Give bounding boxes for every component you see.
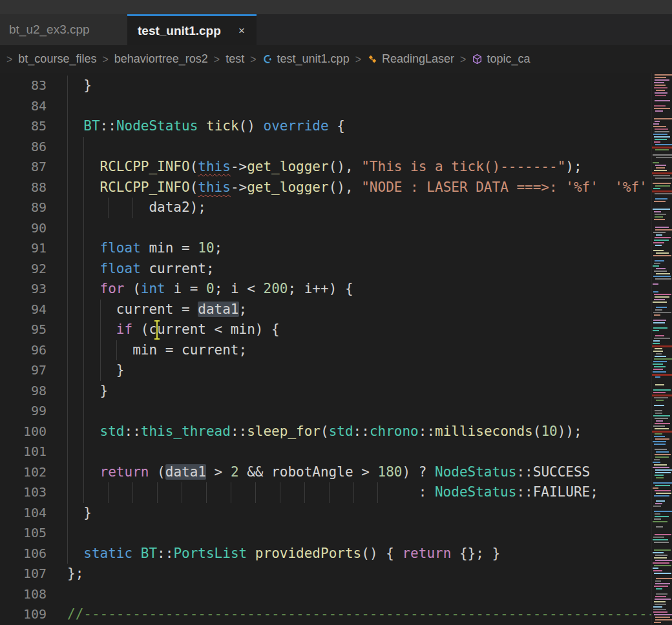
code-token: ) ?: [402, 464, 435, 480]
minimap-mark: [653, 606, 663, 608]
code-token: :: [67, 484, 435, 500]
code-token: ;: [239, 302, 247, 317]
minimap-mark: [655, 296, 669, 298]
code-token: 180: [377, 464, 402, 480]
indent-guide: [83, 300, 84, 320]
minimap-mark: [653, 389, 671, 391]
breadcrumb-item-test-unit1[interactable]: test_unit1.cpp: [262, 52, 350, 66]
minimap-mark: [656, 451, 669, 453]
minimap-mark: [653, 154, 672, 156]
code-token: ::: [419, 424, 435, 439]
minimap-mark: [654, 464, 667, 466]
breadcrumb-item-behaviortree-ros2[interactable]: behaviortree_ros2: [114, 52, 208, 66]
code-token: );: [565, 159, 582, 174]
minimap-mark: [655, 596, 667, 597]
code-token: }: [67, 77, 92, 93]
line-number: 103: [0, 482, 47, 503]
minimap-mark: [655, 583, 671, 584]
minimap-mark: [655, 185, 671, 187]
code-token: return: [402, 546, 451, 561]
code-token: ::: [157, 546, 173, 561]
minimap-mark: [653, 340, 660, 342]
breadcrumb-item-readinglaser[interactable]: ReadingLaser: [367, 52, 454, 66]
indent-guide: [67, 96, 68, 117]
minimap-mark: [653, 371, 666, 373]
indent-guide: [377, 482, 378, 503]
code-token: milliseconds: [435, 424, 533, 439]
code-line: 90: [0, 218, 651, 239]
minimap-mark: [653, 255, 671, 256]
minimap-mark: [654, 586, 668, 587]
minimap-mark: [654, 614, 672, 615]
minimap-mark: [656, 500, 666, 502]
close-icon[interactable]: ×: [237, 25, 246, 37]
chevron-right-icon: >: [250, 52, 256, 66]
line-number: 106: [0, 544, 47, 564]
minimap-mark: [655, 469, 672, 471]
code-token: NodeStatus: [435, 484, 516, 500]
minimap-mark: [655, 456, 669, 458]
breadcrumb: > bt_course_files > behaviortree_ros2 > …: [0, 45, 672, 73]
minimap-mark: [654, 573, 671, 574]
indent-guide: [329, 482, 330, 503]
code-token: ::: [100, 118, 116, 134]
breadcrumb-item-topic[interactable]: topic_ca: [472, 52, 530, 66]
code-token: ->: [231, 179, 247, 195]
minimap-mark: [653, 539, 668, 540]
chevron-right-icon: >: [102, 52, 108, 66]
minimap-mark: [655, 214, 666, 215]
code-line: 100 std::this_thread::sleep_for(std::chr…: [0, 422, 651, 442]
code-line: 86: [0, 137, 651, 158]
indent-guide: [100, 300, 101, 320]
minimap-mark: [654, 601, 666, 602]
tab-test-unit1[interactable]: test_unit1.cpp ×: [127, 14, 257, 45]
minimap-mark: [655, 413, 662, 414]
minimap-mark: [655, 516, 669, 517]
minimap-mark: [655, 178, 672, 179]
minimap-mark: [655, 348, 663, 349]
code-token: override: [264, 118, 329, 134]
minimap-mark: [655, 475, 664, 476]
minimap-mark: [655, 423, 670, 424]
minimap-mark: [655, 85, 666, 86]
code-token: {: [329, 118, 345, 134]
minimap-mark: [652, 172, 672, 174]
code-token: std: [329, 424, 353, 439]
code-line: 84: [0, 96, 651, 117]
minimap-mark: [655, 454, 671, 455]
minimap-mark: [654, 219, 665, 220]
code-token: ::: [516, 464, 532, 480]
minimap-mark: [655, 260, 664, 261]
code-token: get_logger: [247, 179, 328, 195]
code-token: sleep_for: [247, 424, 320, 439]
breadcrumb-item-bt-course-files[interactable]: bt_course_files: [18, 52, 96, 66]
minimap-mark: [656, 167, 666, 169]
minimap-mark: [655, 131, 669, 132]
line-number: 91: [0, 238, 47, 259]
minimap[interactable]: [651, 73, 672, 625]
minimap-mark: [654, 294, 671, 295]
minimap-mark: [654, 108, 670, 109]
minimap-mark: [654, 105, 666, 107]
indent-guide: [67, 340, 68, 361]
code-token: (: [190, 179, 198, 195]
code-token: [247, 546, 255, 561]
code-line: 96 min = current;: [0, 340, 651, 361]
breadcrumb-item-test[interactable]: test: [226, 52, 244, 66]
code-token: [67, 546, 83, 561]
code-editor[interactable]: 83 }8485 BT::NodeStatus tick() override …: [0, 73, 651, 625]
line-number: 92: [0, 259, 47, 280]
indent-guide: [67, 137, 68, 158]
code-token: ::: [353, 424, 370, 439]
cpp-file-icon: [262, 54, 273, 65]
indent-guide: [353, 482, 354, 503]
line-number: 96: [0, 340, 47, 361]
code-token: [67, 322, 116, 337]
minimap-mark: [653, 126, 666, 127]
minimap-mark: [654, 366, 666, 367]
line-number: 87: [0, 157, 47, 178]
tab-bt-u2-ex3[interactable]: bt_u2_ex3.cpp: [0, 14, 127, 45]
minimap-mark: [655, 165, 666, 166]
minimap-mark: [653, 162, 658, 163]
minimap-mark: [656, 420, 663, 422]
